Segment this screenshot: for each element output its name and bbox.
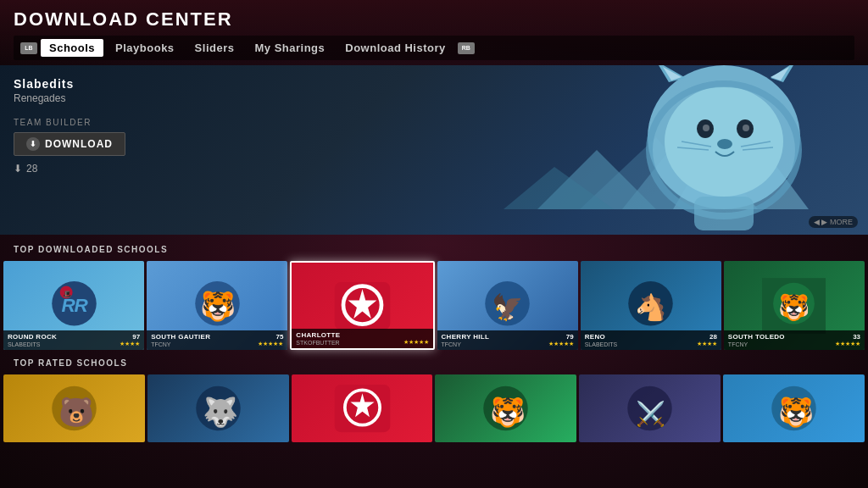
svg-text:🐺: 🐺	[202, 395, 238, 430]
sg-logo: 🐯	[186, 276, 249, 336]
school-card-round-rock[interactable]: R R 🎩 ROUND ROCK 97 SLABEDITS ★★★★	[3, 261, 144, 350]
svg-text:🐯: 🐯	[490, 395, 526, 430]
charlotte-creator: STKOFBUTTER	[296, 340, 339, 346]
rated-bg-3	[292, 374, 433, 442]
rated-bg-1: 🐻	[3, 374, 145, 442]
cherry-logo: 🦅	[476, 276, 539, 336]
top-downloaded-grid: R R 🎩 ROUND ROCK 97 SLABEDITS ★★★★	[0, 261, 868, 350]
svg-point-14	[717, 139, 732, 149]
rated-logo-3	[331, 379, 394, 438]
rated-logo-4: 🐯	[474, 379, 537, 438]
toledo-downloads: 33	[853, 333, 860, 341]
reno-stars: ★★★★	[697, 341, 717, 347]
creator-sub: Renegades	[14, 92, 125, 104]
tab-download-history[interactable]: Download History	[337, 39, 454, 57]
reno-meta: RENO 28	[585, 333, 717, 341]
cherry-meta: CHERRY HILL 79	[442, 333, 574, 341]
hero-logo-svg	[453, 65, 868, 235]
page-title: DOWNLOAD CENTER	[14, 8, 854, 30]
svg-text:🎩: 🎩	[63, 289, 72, 298]
top-rated-grid: 🐻 🐺	[0, 374, 868, 442]
top-downloaded-header: TOP DOWNLOADED SCHOOLS	[0, 241, 868, 258]
rr-downloads: 97	[132, 333, 140, 341]
toledo-creator: TFCNY	[728, 341, 748, 347]
svg-point-12	[703, 125, 709, 131]
charlotte-meta2: STKOFBUTTER ★★★★★	[296, 339, 428, 346]
reno-info: RENO 28 SLABEDITS ★★★★	[581, 330, 721, 350]
sg-meta2: TFCNY ★★★★★	[151, 341, 283, 347]
rr-creator: SLABEDITS	[8, 341, 41, 347]
cherry-downloads: 79	[566, 333, 574, 341]
rated-logo-6: 🐯	[762, 379, 826, 438]
download-icon: ⬇	[26, 137, 40, 151]
rb-icon: RB	[458, 42, 475, 54]
tab-playbooks[interactable]: Playbooks	[107, 39, 183, 57]
sg-info: SOUTH GAUTIER 75 TFCNY ★★★★★	[147, 330, 287, 350]
rr-stars: ★★★★	[120, 341, 140, 347]
reno-creator: SLABEDITS	[585, 341, 618, 347]
rated-card-5[interactable]: ⚔️	[579, 374, 721, 442]
school-card-reno[interactable]: 🐴 RENO 28 SLABEDITS ★★★★	[581, 261, 721, 350]
team-builder-label: TEAM BUILDER	[14, 118, 125, 127]
download-icon-small: ⬇	[14, 163, 22, 175]
rated-card-4[interactable]: 🐯	[435, 374, 576, 442]
rated-card-3[interactable]	[292, 374, 433, 442]
rr-logo: R R 🎩	[42, 276, 106, 336]
sg-creator: TFCNY	[151, 341, 170, 347]
cherry-info: CHERRY HILL 79 TFCNY ★★★★★	[437, 330, 578, 350]
cherry-meta2: TFCNY ★★★★★	[442, 341, 574, 347]
svg-text:🦅: 🦅	[492, 292, 524, 323]
rated-logo-2: 🐺	[186, 379, 250, 438]
download-button[interactable]: ⬇ DOWNLOAD	[14, 132, 125, 156]
rated-card-2[interactable]: 🐺	[147, 374, 289, 442]
school-card-cherry-hill[interactable]: 🦅 CHERRY HILL 79 TFCNY ★★★★★	[437, 261, 578, 350]
toledo-meta2: TFCNY ★★★★★	[728, 341, 860, 347]
hero-content: Slabedits Renegades TEAM BUILDER ⬇ DOWNL…	[0, 65, 139, 186]
toledo-logo: 🐯	[762, 276, 826, 336]
svg-text:⚔️: ⚔️	[636, 399, 666, 428]
svg-point-13	[743, 125, 749, 131]
top-rated-header: TOP RATED SCHOOLS	[0, 355, 868, 371]
cherry-creator: TFCNY	[442, 341, 461, 347]
sg-name: SOUTH GAUTIER	[151, 333, 210, 341]
svg-text:🐯: 🐯	[778, 395, 815, 430]
toledo-meta: SOUTH TOLEDO 33	[728, 333, 860, 341]
nav-bar: LB Schools Playbooks Sliders My Sharings…	[14, 36, 854, 60]
rr-info: ROUND ROCK 97 SLABEDITS ★★★★	[3, 330, 144, 350]
cherry-stars: ★★★★★	[548, 341, 574, 347]
toledo-name: SOUTH TOLEDO	[728, 333, 785, 341]
reno-downloads: 28	[709, 333, 717, 341]
svg-text:🐴: 🐴	[635, 292, 667, 323]
header: DOWNLOAD CENTER LB Schools Playbooks Sli…	[0, 0, 868, 65]
svg-text:🐯: 🐯	[778, 292, 810, 323]
charlotte-name: CHARLOTTE	[296, 331, 340, 339]
rated-bg-5: ⚔️	[579, 374, 721, 442]
content-wrapper: DOWNLOAD CENTER LB Schools Playbooks Sli…	[0, 0, 868, 488]
rated-bg-2: 🐺	[147, 374, 289, 442]
school-card-south-gautier[interactable]: 🐯 SOUTH GAUTIER 75 TFCNY ★★★★★	[147, 261, 287, 350]
hero-logo-container	[453, 65, 868, 235]
reno-name: RENO	[585, 333, 605, 341]
tab-sliders[interactable]: Sliders	[186, 39, 243, 57]
school-card-south-toledo[interactable]: 🐯 SOUTH TOLEDO 33 TFCNY ★★★★★	[724, 261, 865, 350]
school-card-charlotte[interactable]: CHARLOTTE STKOFBUTTER ★★★★★	[290, 261, 434, 350]
reno-meta2: SLABEDITS ★★★★	[585, 341, 717, 347]
rr-meta: ROUND ROCK 97	[8, 333, 140, 341]
tab-my-sharings[interactable]: My Sharings	[246, 39, 333, 57]
svg-text:🐻: 🐻	[58, 395, 95, 430]
download-count: ⬇ 28	[14, 163, 125, 175]
tab-schools[interactable]: Schools	[41, 39, 103, 57]
svg-text:R: R	[74, 294, 88, 315]
rated-bg-6: 🐯	[723, 374, 865, 442]
sg-downloads: 75	[275, 333, 283, 341]
charlotte-meta: CHARLOTTE	[296, 331, 428, 339]
charlotte-logo	[331, 276, 394, 336]
svg-rect-19	[694, 197, 754, 230]
lb-icon: LB	[20, 42, 37, 54]
rated-card-6[interactable]: 🐯	[723, 374, 865, 442]
sg-meta: SOUTH GAUTIER 75	[151, 333, 283, 341]
sg-stars: ★★★★★	[258, 341, 283, 347]
rated-card-1[interactable]: 🐻	[3, 374, 145, 442]
pagination: ◀ ▶ MORE	[809, 216, 858, 228]
cherry-name: CHERRY HILL	[442, 333, 490, 341]
